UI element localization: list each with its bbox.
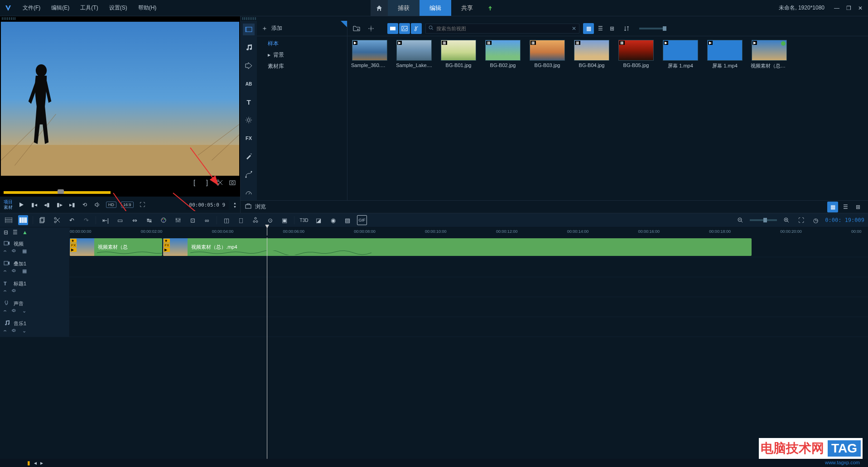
path-tab-icon[interactable] xyxy=(243,169,255,180)
link-icon[interactable]: 𝄐 xyxy=(4,288,6,294)
next-frame-button[interactable]: ▮▸ xyxy=(55,201,63,209)
filter-video-button[interactable] xyxy=(387,23,398,34)
menu-file[interactable]: 文件(F) xyxy=(18,2,45,14)
playhead-line[interactable] xyxy=(267,237,267,459)
track-head[interactable]: 声音 𝄐 ⌄ xyxy=(0,297,70,317)
link-icon[interactable]: 𝄐 xyxy=(4,268,6,274)
pan-button[interactable]: ⊡ xyxy=(188,215,198,225)
browse-label[interactable]: 浏览 xyxy=(255,203,266,211)
grid-icon[interactable]: ▦ xyxy=(22,268,27,274)
menu-settings[interactable]: 设置(S) xyxy=(105,2,132,14)
preview-grip[interactable] xyxy=(2,17,15,20)
title-tab-icon[interactable]: T xyxy=(243,96,255,108)
sort-button[interactable] xyxy=(621,23,632,34)
snapshot-button[interactable] xyxy=(228,178,236,187)
link-icon[interactable]: 𝄐 xyxy=(4,308,6,314)
settings-tab-icon[interactable] xyxy=(243,114,255,126)
add-button-label[interactable]: 添加 xyxy=(271,24,282,32)
menu-tools[interactable]: 工具(T) xyxy=(76,2,102,14)
library-thumb[interactable]: ▶ Sample_Lake.... xyxy=(395,40,433,69)
status-prev[interactable]: ◂ xyxy=(34,460,37,466)
filter-audio-button[interactable] xyxy=(411,23,422,34)
menu-help[interactable]: 帮助(H) xyxy=(134,2,161,14)
split-button[interactable] xyxy=(216,178,224,187)
prev-frame-button[interactable]: ◂▮ xyxy=(43,201,51,209)
ratio-badge[interactable]: 16:9 xyxy=(121,202,134,208)
gauge-tab-icon[interactable] xyxy=(243,187,255,198)
clear-search-icon[interactable]: ✕ xyxy=(572,25,576,32)
footer-view2[interactable]: ☰ xyxy=(840,202,851,212)
mute-icon[interactable] xyxy=(12,288,17,294)
library-thumb[interactable]: ▦ BG-B03.jpg xyxy=(529,40,566,69)
corner-tag[interactable] xyxy=(341,21,347,27)
library-thumb[interactable]: ▶ 屏幕 1.mp4 xyxy=(662,40,699,69)
track-opts-1[interactable]: ⊟ xyxy=(4,229,8,236)
grid-icon[interactable]: ▦ xyxy=(22,248,27,254)
go-end-button[interactable]: ▸▮ xyxy=(68,201,76,209)
chevron-down-icon[interactable]: ⌄ xyxy=(22,308,26,314)
library-thumb[interactable]: ▶ 视频素材（总）... xyxy=(751,40,788,69)
slide-button[interactable]: ↹ xyxy=(144,215,154,225)
track-head[interactable]: 叠加1 𝄐 ▦ xyxy=(0,257,70,277)
footer-view1[interactable]: ▦ xyxy=(827,202,838,212)
preview-scrubber[interactable] xyxy=(0,188,240,197)
tab-capture[interactable]: 捕获 xyxy=(388,0,420,16)
trim-in-button[interactable]: ⇤| xyxy=(101,215,111,225)
hd-badge[interactable]: HD xyxy=(106,202,116,208)
footer-view3[interactable]: ⊞ xyxy=(853,202,863,212)
track-head[interactable]: T标题1 𝄐 xyxy=(0,277,70,297)
mute-icon[interactable] xyxy=(12,268,17,274)
transition-tab-icon[interactable] xyxy=(243,60,255,72)
track-body[interactable] xyxy=(70,297,868,317)
storyboard-view-button[interactable] xyxy=(4,215,14,225)
mark-in-button[interactable]: [ xyxy=(190,178,198,187)
chapter-button[interactable]: ◫ xyxy=(222,215,231,225)
mask-button[interactable]: ▣ xyxy=(280,215,289,225)
library-thumb[interactable]: ▶ Sample_360.m... xyxy=(351,40,388,69)
copy-button[interactable] xyxy=(38,215,48,225)
fx-tab-icon[interactable]: FX xyxy=(243,132,255,144)
mode-project[interactable]: 项目 xyxy=(4,199,13,205)
fullscreen-button[interactable]: ⛶ xyxy=(138,201,146,209)
track-head[interactable]: 视频 𝄐 ▦ xyxy=(0,237,70,257)
track-body[interactable] xyxy=(70,317,868,337)
marker-button[interactable] xyxy=(251,215,260,225)
preview-display[interactable] xyxy=(1,22,239,176)
library-grip[interactable] xyxy=(242,17,256,20)
close-button[interactable]: ✕ xyxy=(856,4,864,12)
redo-button[interactable]: ↷ xyxy=(81,215,91,225)
mixer-button[interactable] xyxy=(173,215,183,225)
timecode-up[interactable]: ▲ xyxy=(233,202,236,205)
playhead[interactable] xyxy=(267,227,267,236)
tab-home[interactable] xyxy=(371,0,388,16)
render-button[interactable]: ◪ xyxy=(313,215,323,225)
upload-icon[interactable] xyxy=(483,0,497,16)
zoom-out-button[interactable] xyxy=(735,215,745,225)
tree-background[interactable]: 背景 xyxy=(257,49,347,61)
track-body[interactable] xyxy=(70,277,868,297)
track-opts-2[interactable]: ☰ xyxy=(13,229,18,236)
adjust-button[interactable]: ▨ xyxy=(342,215,352,225)
color-button[interactable] xyxy=(159,215,169,225)
search-input[interactable]: ✕ xyxy=(425,24,579,34)
media-tab-icon[interactable] xyxy=(243,24,255,35)
view-thumb-button[interactable]: ▦ xyxy=(583,23,594,34)
track-head[interactable]: 音乐1 𝄐 ⌄ xyxy=(0,317,70,337)
library-thumb[interactable]: ▦ BG-B02.jpg xyxy=(484,40,521,69)
tree-sample[interactable]: 样本 xyxy=(257,38,347,49)
audio-tab-icon[interactable] xyxy=(243,42,255,53)
timeline-ruler[interactable]: 00:00:00:0000:00:02:0000:00:04:0000:00:0… xyxy=(70,227,868,237)
undo-button[interactable]: ↶ xyxy=(67,215,77,225)
timeline-timecode[interactable]: 0:00: 19:009 xyxy=(825,217,864,223)
settings-gear-button[interactable] xyxy=(366,23,376,34)
go-start-button[interactable]: ▮◂ xyxy=(30,201,38,209)
clip[interactable]: ★FX▶ 视频素材（总 xyxy=(70,238,162,256)
fit-button[interactable]: ⛶ xyxy=(796,215,806,225)
cut-toolbar-button[interactable] xyxy=(52,215,62,225)
view-grid-button[interactable]: ⊞ xyxy=(607,23,617,34)
gif-button[interactable]: GIF xyxy=(357,215,367,225)
chevron-down-icon[interactable]: ⌄ xyxy=(22,328,26,334)
thumb-size-slider[interactable] xyxy=(639,28,666,29)
crop-button[interactable]: ▭ xyxy=(115,215,125,225)
link-icon[interactable]: 𝄐 xyxy=(4,328,6,334)
